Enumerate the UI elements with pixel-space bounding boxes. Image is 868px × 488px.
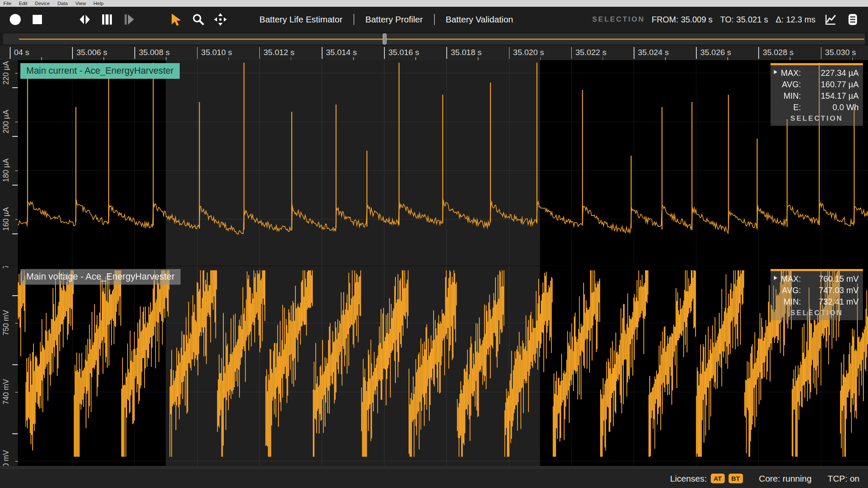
- menu-view[interactable]: View: [75, 1, 86, 6]
- current-stats-box: MAX:227.34 µA AVG:160.77 µA MIN:154.17 µ…: [771, 63, 863, 126]
- pan-button[interactable]: [213, 12, 228, 27]
- overview-position-handle[interactable]: [383, 33, 387, 44]
- selection-label: SELECTION: [592, 15, 645, 24]
- selection-to: TO:35.021 s: [720, 15, 768, 25]
- menu-device[interactable]: Device: [35, 1, 50, 6]
- menu-data[interactable]: Data: [58, 1, 68, 6]
- ruler-tick-label: 35.020 s: [513, 48, 544, 57]
- ruler-minor-tick: [228, 57, 229, 60]
- ruler-minor-tick: [103, 57, 104, 60]
- menubar: File Edit Device Data View Help: [0, 0, 868, 7]
- expand-arrow-icon[interactable]: [774, 70, 777, 74]
- current-chart: 220 µA200 µA180 µA160 µA Main current - …: [0, 60, 868, 266]
- ruler-tick-label: 04 s: [14, 48, 29, 57]
- toolbar: Battery Life Estimator Battery Profiler …: [0, 7, 868, 32]
- ruler-tick-label: 35.014 s: [326, 48, 357, 57]
- ruler-tick-label: 35.026 s: [700, 48, 731, 57]
- bottom-edge-strip: [0, 466, 868, 469]
- split-columns-button[interactable]: [99, 12, 114, 27]
- ruler-tick-label: 35.008 s: [139, 48, 170, 57]
- current-y-axis: 220 µA200 µA180 µA160 µA: [0, 60, 18, 266]
- current-waveform: [18, 60, 868, 266]
- stat-value: 0.0 Wh: [801, 103, 859, 112]
- y-axis-label: 200 µA: [1, 96, 11, 147]
- stat-label: MIN:: [775, 91, 801, 101]
- y-axis-major-tick: [12, 233, 18, 234]
- y-axis-label: 30 mV: [1, 435, 11, 466]
- voltage-y-axis: 76750 mV740 mV30 mV: [0, 266, 18, 466]
- current-channel-chip[interactable]: Main current - Ace_EnergyHarvester: [20, 63, 180, 79]
- ruler-tick-label: 35.016 s: [388, 48, 419, 57]
- ruler-minor-tick: [166, 57, 167, 60]
- voltage-chart: 76750 mV740 mV30 mV Main voltage - Ace_E…: [0, 266, 868, 466]
- zoom-button[interactable]: [191, 12, 206, 27]
- step-play-icon: [122, 13, 135, 26]
- overview-scrubber[interactable]: [3, 33, 865, 44]
- licenses-label: Licenses:: [670, 474, 707, 484]
- stats-footer: SELECTION: [775, 308, 859, 319]
- tab-battery-validation[interactable]: Battery Validation: [444, 14, 515, 25]
- ruler-minor-tick: [727, 57, 728, 60]
- stat-value: 160.77 µA: [801, 80, 859, 89]
- ruler-tick-label: 35.028 s: [762, 48, 793, 57]
- stop-button[interactable]: [30, 12, 45, 27]
- y-axis-major-tick: [12, 295, 18, 296]
- menu-file[interactable]: File: [3, 1, 11, 6]
- ruler-minor-tick: [478, 57, 479, 60]
- step-play-button[interactable]: [121, 12, 136, 27]
- selection-delta: Δ:12.3 ms: [776, 15, 815, 25]
- record-button[interactable]: [8, 12, 23, 27]
- stat-label: E:: [775, 103, 801, 112]
- log-view-button[interactable]: [845, 12, 860, 27]
- stat-value: 154.17 µA: [801, 91, 859, 101]
- tab-battery-profiler[interactable]: Battery Profiler: [364, 14, 425, 25]
- tab-separator: [353, 14, 354, 25]
- voltage-channel-chip[interactable]: Main voltage - Ace_EnergyHarvester: [20, 269, 181, 285]
- time-ruler[interactable]: 04 s35.006 s35.008 s35.010 s35.012 s35.0…: [0, 46, 868, 61]
- voltage-waveform: [18, 266, 868, 466]
- selection-from: FROM:35.009 s: [652, 15, 713, 25]
- overview-strip: [0, 32, 868, 46]
- waveform-view-button[interactable]: [823, 12, 838, 27]
- y-axis-major-tick: [12, 185, 18, 186]
- menu-edit[interactable]: Edit: [19, 1, 28, 6]
- ruler-minor-tick: [540, 57, 541, 60]
- voltage-plot-area[interactable]: Main voltage - Ace_EnergyHarvester MAX:7…: [18, 266, 868, 466]
- menu-help[interactable]: Help: [94, 1, 104, 6]
- y-axis-major-tick: [12, 433, 18, 434]
- power-profiler-window: File Edit Device Data View Help: [0, 0, 868, 488]
- stat-value: 732.41 mV: [801, 297, 859, 307]
- stat-value: 747.03 mV: [801, 286, 859, 295]
- y-axis-major-tick: [12, 87, 18, 88]
- stat-label: MIN:: [775, 297, 801, 307]
- ruler-tick-label: 35.010 s: [201, 48, 232, 57]
- stat-label: AVG:: [775, 286, 801, 295]
- core-status: Core: running: [759, 474, 812, 484]
- y-axis-label: 750 mV: [1, 297, 11, 348]
- license-badge-at: AT: [711, 474, 725, 483]
- y-axis-label: 180 µA: [1, 145, 11, 196]
- fit-horizontal-icon: [78, 13, 91, 26]
- selection-info: SELECTION FROM:35.009 s TO:35.021 s Δ:12…: [592, 15, 823, 25]
- ruler-tick-label: 35.006 s: [76, 48, 107, 57]
- license-badge-bt: BT: [729, 474, 743, 483]
- ruler-minor-tick: [790, 57, 790, 60]
- record-icon: [10, 14, 21, 25]
- tab-battery-life-estimator[interactable]: Battery Life Estimator: [258, 14, 344, 25]
- pan-icon: [214, 13, 227, 26]
- ruler-tick-label: 35.012 s: [264, 48, 295, 57]
- split-columns-icon: [100, 13, 113, 26]
- ruler-minor-tick: [41, 57, 42, 60]
- zoom-icon: [192, 13, 205, 26]
- waveform-view-icon: [824, 13, 837, 26]
- log-view-icon: [846, 13, 859, 26]
- ruler-minor-tick: [852, 57, 853, 60]
- current-plot-area[interactable]: Main current - Ace_EnergyHarvester MAX:2…: [18, 60, 868, 266]
- fit-horizontal-button[interactable]: [77, 12, 92, 27]
- y-axis-label: 740 mV: [1, 366, 11, 417]
- select-cursor-button[interactable]: [169, 12, 184, 27]
- ruler-minor-tick: [291, 57, 292, 60]
- ruler-tick-label: 35.024 s: [638, 48, 669, 57]
- expand-arrow-icon[interactable]: [774, 276, 777, 280]
- overview-waveform-line: [19, 39, 864, 40]
